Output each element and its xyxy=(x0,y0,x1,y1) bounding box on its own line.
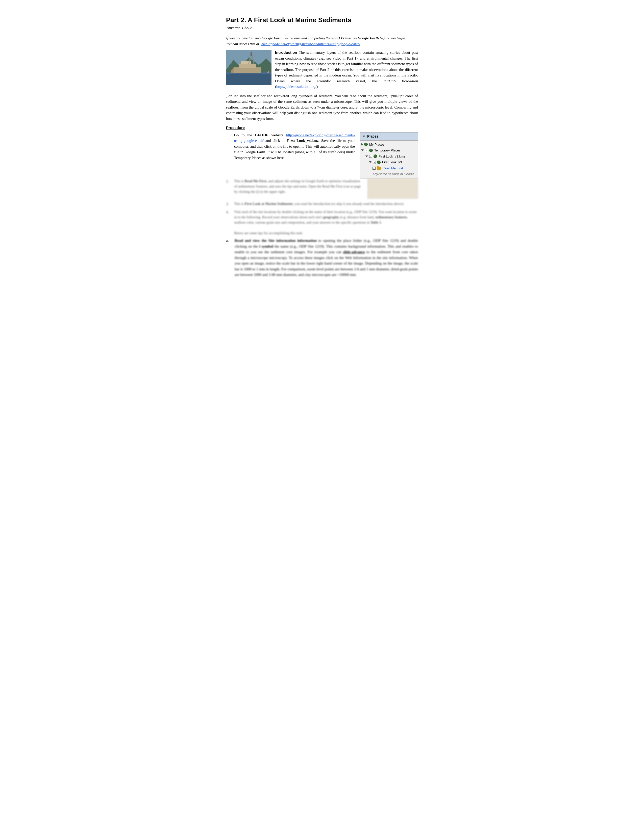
ge-rmf-label[interactable]: Read Me First xyxy=(382,166,403,171)
ge-collapse-icon[interactable] xyxy=(363,135,365,137)
page-title: Part 2. A First Look at Marine Sediments xyxy=(226,15,418,25)
ge-tempplaces-label: Temporary Places xyxy=(374,148,401,153)
ge-panel-header: Places xyxy=(360,132,418,141)
procedure-label: Procedure xyxy=(226,125,418,131)
proc-item-4-blurred: 4. Visit each of the site locations by d… xyxy=(226,209,418,236)
ge-v3-expand-icon[interactable] xyxy=(369,161,372,163)
intro-text-before-bold: If you are new to using Google Earth, we… xyxy=(226,36,331,40)
sub-item-a: a. Read and view the Site information in… xyxy=(226,238,418,278)
svg-rect-14 xyxy=(236,74,261,75)
ge-firstlook-v3: First Look_v3 xyxy=(361,159,417,165)
joides-name: JOIDES Resolution xyxy=(383,79,418,83)
proc-item-2-text: 2. This is Read Me First, and adjusts th… xyxy=(226,178,362,199)
proc-num-4: 4. xyxy=(226,209,232,236)
intro-link[interactable]: http://geode.net/exploring-marine-sedime… xyxy=(261,42,361,46)
intro-access-text: You can access this at: xyxy=(226,42,261,46)
svg-rect-4 xyxy=(233,68,261,73)
proc-num-1: 1. xyxy=(226,132,232,161)
geode-bold: GEODE website xyxy=(255,133,283,137)
ge-panel-blurred xyxy=(367,178,418,199)
ge-panel-title: Places xyxy=(367,134,378,139)
proc-content-2: This is Read Me First, and adjusts the s… xyxy=(234,178,362,195)
first-look-kmz-bold: First Look_v4.kmz xyxy=(287,138,319,143)
introduction-label: Introduction xyxy=(275,50,297,55)
ge-expand-tempplaces-icon[interactable] xyxy=(361,150,364,151)
svg-rect-13 xyxy=(251,52,252,56)
ge-kmz-checkbox[interactable] xyxy=(369,155,372,158)
ge-v3-checkbox[interactable] xyxy=(373,161,376,164)
ge-kmz-expand-icon[interactable] xyxy=(365,156,368,157)
joides-link[interactable]: http://joidesresolution.org/ xyxy=(276,85,316,88)
svg-rect-8 xyxy=(241,61,251,64)
procedure-section: Procedure 1. Go to the GEODE website htt… xyxy=(226,125,418,278)
intro-text-after-bold: before you begin. xyxy=(379,36,406,40)
proc-item-2-blurred: 2. This is Read Me First, and adjusts th… xyxy=(226,178,418,199)
ge-myplaces-label: My Places xyxy=(369,142,385,147)
ge-expand-myplaces-icon[interactable] xyxy=(361,143,363,146)
intro-paragraph-1: If you are new to using Google Earth, we… xyxy=(226,35,418,47)
proc-num-2: 2. xyxy=(226,178,232,195)
short-primer-bold: Short Primer on Google Earth xyxy=(331,36,379,40)
introduction-block: Introduction The sedimentary layers of t… xyxy=(226,50,418,90)
ge-rmf-folder-icon xyxy=(377,167,381,170)
ge-myplaces-earth-icon xyxy=(364,143,368,146)
svg-rect-7 xyxy=(239,64,256,68)
time-estimate: Time est. 1 hour xyxy=(226,26,418,31)
ge-tree: My Places Temporary Places First Look_v3… xyxy=(360,141,418,178)
ge-v3-earth-icon xyxy=(377,161,381,164)
drill-ship-image xyxy=(226,50,272,85)
sub-items-list: a. Read and view the Site information in… xyxy=(226,238,418,278)
sub-item-a-text: Read and view the Site information infor… xyxy=(235,238,418,278)
procedure-item-1-row: 1. Go to the GEODE website http://geode.… xyxy=(226,132,418,178)
ge-rmf-checkbox[interactable] xyxy=(372,167,375,170)
proc-num-3: 3. xyxy=(226,201,232,207)
proc-content-1: Go to the GEODE website http://geode.net… xyxy=(234,132,355,161)
proc-content-4: Visit each of the site locations by doub… xyxy=(234,209,418,236)
ge-adjust-label: Adjust the settings in Google... xyxy=(372,172,417,177)
procedure-item-1-text: 1. Go to the GEODE website http://geode.… xyxy=(226,132,355,161)
ge-kmz-label: First Look_v3.kmz xyxy=(378,154,405,159)
ge-read-me-first: Read Me First xyxy=(361,165,417,171)
intro-body-text: The sedimentary layers of the seafloor c… xyxy=(275,50,418,83)
ge-temporary-places: Temporary Places xyxy=(361,148,417,153)
ge-v3-label: First Look_v3 xyxy=(382,160,402,165)
proc-content-3: This is First Look at Marine Sediments; … xyxy=(234,201,404,207)
ge-tempplaces-earth-icon xyxy=(369,149,373,152)
intro-continuation: , drilled into the seafloor and recovere… xyxy=(226,93,418,122)
ge-firstlook-kmz: First Look_v3.kmz xyxy=(361,153,417,159)
ge-kmz-earth-icon xyxy=(374,154,377,158)
ge-adjust-settings: Adjust the settings in Google... xyxy=(361,171,417,177)
sub-item-a-num: a. xyxy=(226,238,232,278)
ge-tempplaces-checkbox[interactable] xyxy=(365,149,368,152)
google-earth-places-panel: Places My Places Temporary Places xyxy=(360,132,418,178)
proc-item-3-blurred: 3. This is First Look at Marine Sediment… xyxy=(226,201,418,207)
ge-my-places: My Places xyxy=(361,142,417,148)
